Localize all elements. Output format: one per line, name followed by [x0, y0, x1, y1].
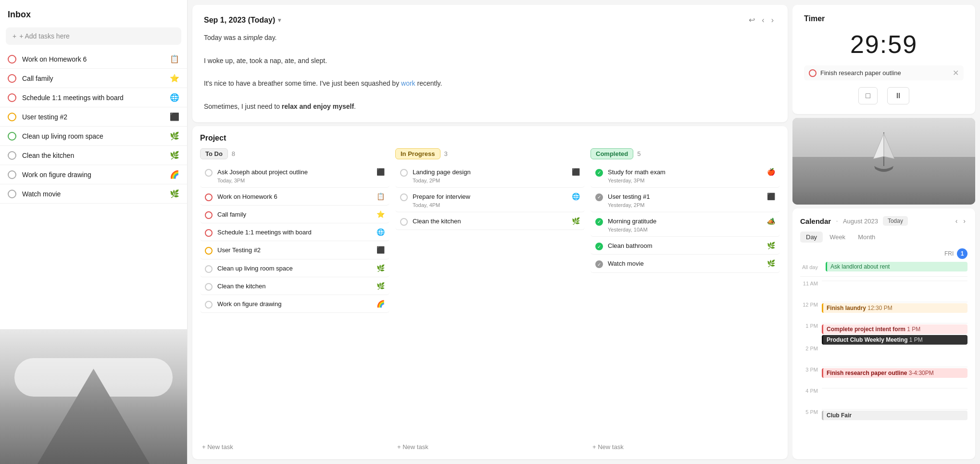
project-task-circle	[400, 193, 408, 201]
task-name: User testing #2	[22, 113, 167, 121]
task-circle	[8, 132, 16, 141]
project-task-circle	[205, 211, 213, 219]
inbox-task-item[interactable]: Work on Homework 6 📋	[0, 50, 187, 69]
project-task-item[interactable]: Prepare for interview Today, 4PM 🌐	[395, 189, 585, 212]
project-task-item[interactable]: User Testing #2 ⬛	[200, 242, 389, 259]
cal-time-label: 1 PM	[800, 323, 822, 329]
project-task-name: Work on Homework 6	[217, 193, 374, 201]
project-task-name: Clean bathroom	[608, 242, 764, 250]
project-task-info: Landing page design Today, 2PM	[413, 168, 569, 183]
project-task-icon: 🌐	[377, 228, 385, 236]
calendar-time-row: 5 PM Club Fair	[800, 409, 967, 430]
calendar-time-row: 2 PM	[800, 346, 967, 367]
col-count-inprogress: 3	[444, 150, 448, 157]
new-task-button-todo[interactable]: + New task	[200, 439, 389, 454]
inbox-task-item[interactable]: Call family ⭐	[0, 69, 187, 88]
prev-button[interactable]: ‹	[759, 14, 766, 26]
timer-pause-button[interactable]: ⏸	[887, 87, 909, 104]
project-task-info: Clean the kitchen	[217, 282, 374, 291]
calendar-event[interactable]: Product Club Weekly Meeting 1 PM	[822, 335, 967, 345]
task-circle	[8, 55, 16, 64]
project-task-item[interactable]: Ask Joseph about project outline Today, …	[200, 164, 389, 188]
calendar-next-button[interactable]: ›	[961, 216, 967, 226]
undo-button[interactable]: ↩	[746, 14, 757, 26]
work-link[interactable]: work	[401, 79, 415, 87]
project-col-todo: To Do 8 Ask Joseph about project outline…	[200, 148, 389, 454]
chevron-down-icon: ▾	[278, 17, 281, 24]
task-icon: 🌈	[170, 170, 179, 179]
project-task-item[interactable]: Work on Homework 6 📋	[200, 189, 389, 206]
project-task-item[interactable]: Call family ⭐	[200, 206, 389, 223]
project-task-icon: 🏕️	[767, 217, 775, 225]
project-task-info: Clean bathroom	[608, 242, 764, 250]
task-icon: 📋	[170, 54, 179, 64]
calendar-event[interactable]: Club Fair	[822, 411, 967, 420]
inbox-task-item[interactable]: Clean the kitchen 🌿	[0, 146, 187, 165]
plus-icon: +	[13, 32, 16, 40]
project-task-sub: Today, 3PM	[217, 178, 374, 183]
inbox-task-item[interactable]: Schedule 1:1 meetings with board 🌐	[0, 88, 187, 107]
calendar-time-row: 1 PM Complete project intent form 1 PM P…	[800, 323, 967, 346]
timer-task-row: Finish research paper outline ✕	[804, 65, 964, 80]
timer-circle	[809, 69, 817, 77]
project-task-item[interactable]: ✓ Watch movie 🌿	[591, 256, 780, 272]
project-task-sub: Yesterday, 3PM	[608, 178, 764, 183]
task-circle	[8, 93, 16, 102]
project-task-item[interactable]: Clean the kitchen 🌿	[200, 278, 389, 295]
calendar-event[interactable]: Finish laundry 12:30 PM	[822, 303, 967, 313]
project-task-item[interactable]: ✓ Morning gratitude Yesterday, 10AM 🏕️	[591, 213, 780, 237]
task-name: Clean up living room space	[22, 132, 167, 140]
project-task-name: Call family	[217, 210, 374, 219]
add-task-button[interactable]: + + Add tasks here	[6, 27, 181, 45]
allday-label: All day	[800, 264, 822, 270]
calendar-section: Calendar - August 2023 Today ‹ › DayWeek…	[792, 208, 975, 459]
calendar-title: Calendar	[800, 217, 831, 225]
task-circle	[8, 151, 16, 160]
timer-title: Timer	[804, 14, 964, 23]
allday-event[interactable]: Ask landlord about rent	[826, 262, 967, 271]
svg-marker-1	[873, 133, 884, 159]
sailboat-svg	[869, 128, 898, 180]
cal-time-content: Club Fair	[822, 409, 967, 430]
col-badge-completed: Completed	[591, 148, 633, 159]
project-task-circle: ✓	[595, 260, 603, 268]
calendar-view-tab-month[interactable]: Month	[852, 232, 881, 243]
cal-time-label: 12 PM	[800, 302, 822, 308]
inbox-task-item[interactable]: Watch movie 🌿	[0, 184, 187, 204]
project-task-name: Clean the kitchen	[217, 282, 374, 291]
new-task-button-completed[interactable]: + New task	[591, 439, 780, 454]
calendar-view-tab-day[interactable]: Day	[800, 232, 823, 243]
project-columns: To Do 8 Ask Joseph about project outline…	[200, 148, 780, 454]
project-task-info: User testing #1 Yesterday, 2PM	[608, 193, 764, 208]
project-task-icon: 🌿	[767, 259, 775, 267]
calendar-view-tab-week[interactable]: Week	[824, 232, 851, 243]
project-task-info: Watch movie	[608, 259, 764, 268]
calendar-event[interactable]: Finish research paper outline 3-4:30PM	[822, 368, 967, 378]
inbox-task-item[interactable]: User testing #2 ⬛	[0, 107, 187, 127]
project-task-name: Clean up living room space	[217, 264, 374, 273]
project-task-item[interactable]: Landing page design Today, 2PM ⬛	[395, 164, 585, 188]
project-task-name: User testing #1	[608, 193, 764, 201]
inbox-task-item[interactable]: Clean up living room space 🌿	[0, 127, 187, 146]
calendar-today-button[interactable]: Today	[883, 216, 908, 226]
col-badge-inprogress: In Progress	[395, 148, 440, 159]
calendar-day-header: FRI 1	[800, 248, 967, 259]
project-task-item[interactable]: ✓ User testing #1 Yesterday, 2PM ⬛	[591, 189, 780, 212]
task-name: Work on Homework 6	[22, 55, 167, 63]
inbox-task-item[interactable]: Work on figure drawing 🌈	[0, 165, 187, 184]
project-task-info: Call family	[217, 210, 374, 219]
task-circle	[8, 170, 16, 179]
project-task-item[interactable]: Clean the kitchen 🌿	[395, 213, 585, 230]
project-task-item[interactable]: ✓ Study for math exam Yesterday, 3PM 🍎	[591, 164, 780, 188]
timer-stop-button[interactable]: □	[858, 87, 878, 104]
project-task-item[interactable]: Work on figure drawing 🌈	[200, 296, 389, 313]
calendar-prev-button[interactable]: ‹	[954, 216, 960, 226]
timer-close-button[interactable]: ✕	[953, 68, 959, 77]
project-task-item[interactable]: ✓ Clean bathroom 🌿	[591, 238, 780, 255]
project-task-item[interactable]: Schedule 1:1 meetings with board 🌐	[200, 224, 389, 241]
new-task-button-inprogress[interactable]: + New task	[395, 439, 585, 454]
project-task-item[interactable]: Clean up living room space 🌿	[200, 260, 389, 277]
cal-time-content: Finish laundry 12:30 PM	[822, 302, 967, 323]
next-button[interactable]: ›	[769, 14, 776, 26]
calendar-event[interactable]: Complete project intent form 1 PM	[822, 324, 967, 334]
